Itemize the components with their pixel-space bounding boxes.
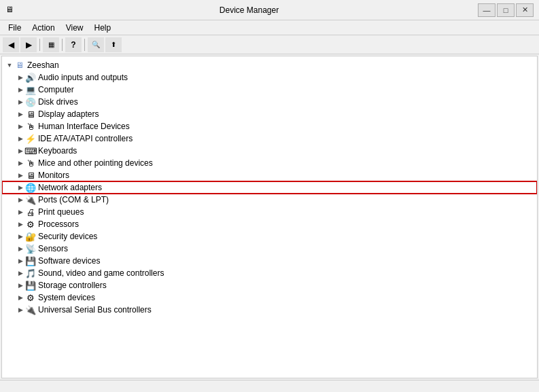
monitor-icon: 🖥 [25, 170, 36, 181]
label-software: Software devices [38, 256, 100, 266]
tree-item-mice[interactable]: ▶🖱Mice and other pointing devices [2, 157, 537, 169]
disk-icon: 💿 [25, 96, 36, 107]
tree-item-disk[interactable]: ▶💿Disk drives [2, 96, 537, 108]
tree-item-keyboards[interactable]: ▶⌨Keyboards [2, 145, 537, 157]
expand-icon-print: ▶ [16, 207, 25, 217]
update-button[interactable]: ⬆ [105, 37, 122, 52]
tree-item-sound[interactable]: ▶🎵Sound, video and game controllers [2, 267, 537, 279]
label-usb: Universal Serial Bus controllers [38, 305, 152, 315]
system-icon: ⚙ [25, 292, 36, 303]
status-bar [0, 380, 539, 392]
expand-icon-computer: ▶ [16, 85, 25, 94]
storage-icon: 💾 [25, 280, 36, 291]
expand-icon-security: ▶ [16, 232, 25, 241]
software-icon: 💾 [25, 255, 36, 266]
sensors-icon: 📡 [25, 243, 36, 254]
tree-item-computer[interactable]: ▶💻Computer [2, 84, 537, 96]
label-keyboards: Keyboards [38, 146, 77, 156]
root-label: Zeeshan [27, 60, 59, 70]
maximize-button[interactable]: □ [497, 3, 515, 17]
title-bar: 🖥 Device Manager — □ ✕ [0, 0, 539, 20]
minimize-button[interactable]: — [478, 3, 495, 17]
help-icon-button[interactable]: ? [65, 37, 82, 52]
label-storage: Storage controllers [38, 281, 107, 290]
expand-icon-network: ▶ [16, 183, 25, 192]
menu-view[interactable]: View [60, 22, 89, 34]
tree-root[interactable]: ▼ 🖥 Zeeshan [2, 59, 537, 71]
expand-icon-sound: ▶ [16, 268, 25, 278]
expand-icon-storage: ▶ [16, 281, 25, 290]
menu-file[interactable]: File [3, 22, 27, 34]
ports-icon: 🔌 [25, 194, 36, 205]
tree-item-system[interactable]: ▶⚙System devices [2, 291, 537, 304]
device-tree[interactable]: ▼ 🖥 Zeeshan ▶🔊Audio inputs and outputs▶💻… [2, 56, 537, 378]
window-title: Device Manager [20, 5, 478, 15]
expand-icon-system: ▶ [16, 293, 25, 302]
computer-icon: 🖥 [14, 60, 25, 71]
sound-icon: 🎵 [25, 268, 36, 279]
label-security: Security devices [38, 232, 97, 241]
menu-bar: File Action View Help [0, 20, 539, 35]
computer-sm-icon: 💻 [25, 84, 36, 95]
tree-item-audio[interactable]: ▶🔊Audio inputs and outputs [2, 71, 537, 84]
tree-item-storage[interactable]: ▶💾Storage controllers [2, 279, 537, 291]
tree-item-processors[interactable]: ▶⚙Processors [2, 218, 537, 230]
label-audio: Audio inputs and outputs [38, 73, 128, 82]
back-button[interactable]: ◀ [3, 37, 19, 52]
label-sensors: Sensors [38, 244, 68, 253]
print-icon: 🖨 [25, 207, 36, 217]
window-controls: — □ ✕ [478, 3, 534, 17]
toolbar-separator-2 [62, 39, 63, 51]
label-disk: Disk drives [38, 97, 78, 107]
network-icon: 🌐 [25, 182, 36, 193]
tree-item-print[interactable]: ▶🖨Print queues [2, 206, 537, 218]
toolbar: ◀ ▶ ▦ ? 🔍 ⬆ [0, 35, 539, 54]
toolbar-separator-1 [39, 39, 40, 51]
usb-icon: 🔌 [25, 304, 36, 315]
label-sound: Sound, video and game controllers [38, 268, 164, 278]
tree-item-ide[interactable]: ▶⚡IDE ATA/ATAPI controllers [2, 132, 537, 145]
expand-icon-monitors: ▶ [16, 171, 25, 180]
menu-action[interactable]: Action [27, 22, 60, 34]
label-computer: Computer [38, 85, 74, 94]
mouse-icon: 🖱 [25, 158, 36, 168]
toolbar-separator-3 [84, 39, 85, 51]
expand-icon-ports: ▶ [16, 195, 25, 204]
tree-item-security[interactable]: ▶🔐Security devices [2, 230, 537, 243]
expand-icon-processors: ▶ [16, 219, 25, 229]
menu-help[interactable]: Help [89, 22, 117, 34]
label-display: Display adapters [38, 109, 99, 119]
expand-icon-display: ▶ [16, 109, 25, 119]
tree-item-hid[interactable]: ▶🖱Human Interface Devices [2, 120, 537, 132]
security-icon: 🔐 [25, 231, 36, 242]
close-button[interactable]: ✕ [516, 3, 534, 17]
label-processors: Processors [38, 219, 79, 229]
label-network: Network adapters [38, 183, 102, 192]
tree-item-software[interactable]: ▶💾Software devices [2, 255, 537, 267]
expand-icon-software: ▶ [16, 256, 25, 266]
expand-icon-sensors: ▶ [16, 244, 25, 253]
processor-icon: ⚙ [25, 219, 36, 230]
label-system: System devices [38, 293, 95, 302]
ide-icon: ⚡ [25, 133, 36, 144]
tree-item-usb[interactable]: ▶🔌Universal Serial Bus controllers [2, 304, 537, 316]
expand-icon-disk: ▶ [16, 97, 25, 107]
expand-icon-mice: ▶ [16, 158, 25, 168]
tree-item-sensors[interactable]: ▶📡Sensors [2, 243, 537, 255]
keyboard-icon: ⌨ [25, 145, 36, 156]
tree-item-ports[interactable]: ▶🔌Ports (COM & LPT) [2, 194, 537, 206]
hid-icon: 🖱 [25, 121, 36, 132]
scan-button[interactable]: 🔍 [88, 37, 104, 52]
expand-icon-hid: ▶ [16, 122, 25, 131]
audio-icon: 🔊 [25, 72, 36, 83]
properties-button[interactable]: ▦ [43, 37, 59, 52]
tree-item-display[interactable]: ▶🖥Display adapters [2, 108, 537, 120]
label-ports: Ports (COM & LPT) [38, 195, 109, 204]
tree-item-monitors[interactable]: ▶🖥Monitors [2, 169, 537, 181]
label-mice: Mice and other pointing devices [38, 158, 153, 168]
app-icon: 🖥 [5, 5, 16, 16]
label-hid: Human Interface Devices [38, 122, 130, 131]
expand-icon-audio: ▶ [16, 73, 25, 82]
tree-item-network[interactable]: ▶🌐Network adapters [2, 181, 537, 194]
forward-button[interactable]: ▶ [20, 37, 37, 52]
